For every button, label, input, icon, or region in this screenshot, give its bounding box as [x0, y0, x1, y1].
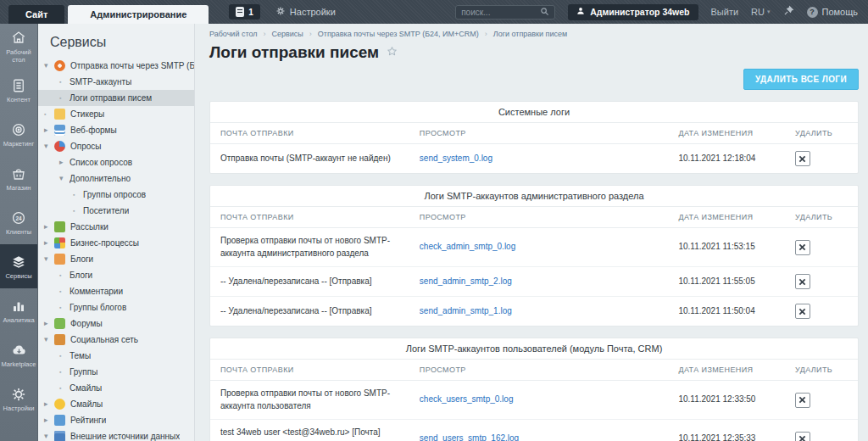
- delete-row-button[interactable]: [795, 393, 810, 408]
- notifications-button[interactable]: 1: [229, 4, 260, 20]
- log-file-link[interactable]: check_users_smtp_0.log: [420, 394, 514, 404]
- sidebar-item-newsletters[interactable]: Рассылки: [38, 219, 194, 235]
- delete-row-button[interactable]: [795, 304, 810, 319]
- tree-bullet-icon: [59, 272, 70, 278]
- user-label: Администратор 34web: [590, 7, 689, 17]
- rail-item-clients[interactable]: 24 Клиенты: [0, 200, 37, 244]
- svg-text:24: 24: [15, 215, 22, 220]
- sidebar-item-topics[interactable]: Темы: [38, 348, 194, 364]
- sidebar-item-polls[interactable]: Опросы: [38, 138, 194, 154]
- sidebar-item-smtp-accounts[interactable]: SMTP-аккаунты: [38, 74, 194, 90]
- delete-row-button[interactable]: [795, 432, 810, 441]
- tree-collapsed-icon[interactable]: [59, 159, 70, 166]
- mail-cell: -- Удалена/перезаписана -- [Отправка]: [210, 297, 411, 327]
- rail-item-desktop[interactable]: Рабочий стол: [0, 24, 37, 68]
- sidebar-item-blogs-list[interactable]: Блоги: [38, 267, 194, 283]
- table-title: Системные логи: [210, 102, 858, 123]
- breadcrumb-item[interactable]: Логи отправки писем: [493, 30, 567, 38]
- rail-item-settings[interactable]: Настройки: [0, 377, 37, 421]
- tree-expanded-icon[interactable]: [44, 142, 54, 150]
- search-icon[interactable]: [540, 4, 549, 20]
- log-file-link[interactable]: send_admin_smtp_1.log: [420, 306, 512, 315]
- sidebar-item-polls-list[interactable]: Список опросов: [38, 154, 194, 170]
- column-header-delete: УДАЛИТЬ: [787, 360, 858, 381]
- mail-cell: Отправка почты (SMTP-аккаунт не найден): [210, 144, 411, 174]
- rail-item-marketing[interactable]: Маркетинг: [0, 112, 37, 156]
- table-row: Отправка почты (SMTP-аккаунт не найден) …: [210, 144, 858, 174]
- tab-site[interactable]: Сайт: [8, 5, 64, 24]
- sidebar-item-blogs[interactable]: Блоги: [38, 251, 194, 267]
- tab-administration[interactable]: Администрирование: [68, 5, 209, 24]
- tree-bullet-icon: [44, 111, 54, 117]
- sidebar-item-comments[interactable]: Комментарии: [38, 283, 194, 299]
- sidebar-item-stickers[interactable]: Стикеры: [38, 106, 194, 122]
- column-header-view: ПРОСМОТР: [411, 123, 670, 144]
- sidebar-item-smtp-module[interactable]: Отправка почты через SMTP (Б24, ИМ+CRM): [38, 58, 194, 74]
- table-title: Логи SMTP-аккаунтов пользователей (модул…: [210, 338, 858, 360]
- tree-collapsed-icon[interactable]: [44, 416, 54, 424]
- sidebar-item-forums[interactable]: Форумы: [38, 315, 194, 332]
- sidebar-item-business-processes[interactable]: Бизнес-процессы: [38, 235, 194, 251]
- tree-expanded-icon[interactable]: [44, 433, 54, 440]
- icon-rail: Рабочий стол Контент Маркетинг Магазин 2…: [0, 24, 38, 441]
- blogs-icon: [54, 254, 65, 265]
- settings-button[interactable]: Настройки: [275, 6, 336, 18]
- breadcrumb-item[interactable]: Рабочий стол: [209, 30, 258, 38]
- ratings-icon: [54, 415, 65, 426]
- delete-row-button[interactable]: [795, 240, 810, 255]
- sidebar-item-poll-groups[interactable]: Группы опросов: [38, 187, 194, 203]
- clients-icon: 24: [11, 209, 26, 226]
- sidebar-item-webforms[interactable]: Веб-формы: [38, 122, 194, 138]
- pin-icon[interactable]: [783, 4, 794, 20]
- tree-collapsed-icon[interactable]: [44, 126, 54, 134]
- sidebar-item-polls-extra[interactable]: Дополнительно: [38, 170, 194, 187]
- rail-item-content[interactable]: Контент: [0, 68, 37, 112]
- tree-expanded-icon[interactable]: [59, 175, 70, 182]
- gear-icon: [275, 6, 286, 18]
- user-button[interactable]: Администратор 34web: [568, 4, 698, 20]
- tree-collapsed-icon[interactable]: [44, 239, 54, 247]
- sidebar-item-mail-logs[interactable]: Логи отправки писем: [38, 90, 194, 106]
- column-header-date: ДАТА ИЗМЕНЕНИЯ: [670, 360, 787, 381]
- breadcrumb-item[interactable]: Отправка почты через SMTP (Б24, ИМ+CRM): [318, 30, 479, 38]
- delete-row-button[interactable]: [795, 151, 810, 166]
- logout-link[interactable]: Выйти: [711, 7, 739, 17]
- language-selector[interactable]: RU ▾: [751, 7, 770, 17]
- tree-collapsed-icon[interactable]: [44, 223, 54, 231]
- tree-expanded-icon[interactable]: [44, 62, 54, 70]
- tree-expanded-icon[interactable]: [44, 255, 54, 263]
- tree-bullet-icon: [73, 208, 83, 214]
- top-bar: Сайт Администрирование 1 Настройки Админ…: [0, 0, 868, 24]
- sidebar-item-external-data[interactable]: Внешние источники данных: [38, 428, 194, 441]
- tree-collapsed-icon[interactable]: [44, 400, 54, 408]
- sidebar-item-smiles[interactable]: Смайлы: [38, 396, 194, 412]
- tree-expanded-icon[interactable]: [44, 336, 54, 343]
- rail-item-shop[interactable]: Магазин: [0, 156, 37, 200]
- breadcrumb-separator-icon: ›: [485, 30, 487, 38]
- sidebar-item-blog-groups[interactable]: Группы блогов: [38, 299, 194, 315]
- analytics-icon: [11, 298, 26, 314]
- search-input[interactable]: [461, 8, 540, 17]
- log-file-link[interactable]: send_users_smtp_162.log: [420, 433, 519, 441]
- sidebar-item-visitors[interactable]: Посетители: [38, 203, 194, 219]
- delete-row-button[interactable]: [795, 274, 810, 289]
- rail-item-services[interactable]: Сервисы: [0, 244, 37, 288]
- mail-cell: Проверка отправки почты от нового SMTP-а…: [210, 228, 411, 267]
- delete-all-logs-button[interactable]: УДАЛИТЬ ВСЕ ЛОГИ: [743, 69, 859, 90]
- tree-collapsed-icon[interactable]: [44, 320, 54, 327]
- social-network-icon: [54, 334, 65, 345]
- log-file-link[interactable]: send_system_0.log: [420, 154, 492, 163]
- sidebar-item-social-network[interactable]: Социальная сеть: [38, 332, 194, 348]
- breadcrumb-item[interactable]: Сервисы: [272, 30, 303, 38]
- favorite-star-icon[interactable]: [387, 45, 398, 60]
- rail-item-marketplace[interactable]: Marketplace: [0, 332, 37, 377]
- smiles-icon: [54, 399, 65, 410]
- user-icon: [576, 7, 585, 17]
- sidebar-item-smiles-sub[interactable]: Смайлы: [38, 380, 194, 396]
- log-file-link[interactable]: send_admin_smtp_2.log: [420, 276, 512, 286]
- help-link[interactable]: ? Помощь: [807, 7, 859, 18]
- sidebar-item-groups[interactable]: Группы: [38, 364, 194, 380]
- rail-item-analytics[interactable]: Аналитика: [0, 288, 37, 332]
- sidebar-item-ratings[interactable]: Рейтинги: [38, 412, 194, 428]
- log-file-link[interactable]: check_admin_smtp_0.log: [420, 242, 515, 251]
